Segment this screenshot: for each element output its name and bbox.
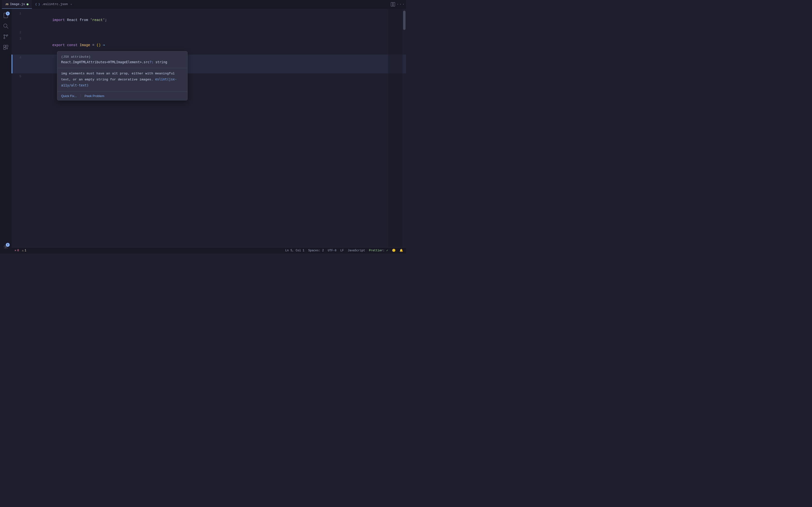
hover-type-section: (JSX attribute) React.ImgHTMLAttributes<… [57,51,187,68]
token: const [67,43,78,47]
hover-error-text: img elements must have an alt prop, eith… [61,71,184,89]
indentation[interactable]: Spaces: 2 [308,249,324,252]
token: export [52,43,65,47]
files-badge: 1 [6,12,10,15]
svg-point-4 [4,35,5,36]
line-content-2 [26,30,406,36]
scrollbar-track[interactable] [403,9,406,247]
hover-type-text: (JSX attribute) React.ImgHTMLAttributes<… [61,54,184,65]
svg-rect-0 [391,2,393,6]
tab-close-btn[interactable]: ✕ [69,2,73,6]
peek-problem-button[interactable]: Peek Problem [84,94,105,98]
line-ending[interactable]: LF [340,249,344,252]
settings-badge: 1 [6,243,10,247]
hover-error-section: img elements must have an alt prop, eith… [57,68,187,92]
main-layout: 1 [0,9,406,253]
token: ⇒ [103,43,105,47]
title-bar-actions: ··· [390,1,404,8]
cursor-position[interactable]: Ln 5, Col 1 [285,249,304,252]
minimap [388,9,403,247]
tab-label-image-js: Image.js [10,2,25,6]
error-count: 0 [17,249,19,252]
svg-point-5 [7,35,8,36]
status-errors[interactable]: ✕ 0 [14,249,19,252]
line-number-1: 1 [12,11,26,17]
encoding[interactable]: UTF-8 [328,249,337,252]
token: 'react' [90,18,105,22]
svg-line-3 [7,27,8,29]
code-line-1: 1 import React from 'react'; [12,11,406,30]
svg-rect-7 [4,45,6,47]
svg-rect-1 [393,2,395,6]
line-content-1: import React from 'react'; [26,11,406,30]
quick-fix-button[interactable]: Quick Fix... [60,94,78,98]
error-icon: ✕ [14,249,16,252]
tab-eslintrc-json[interactable]: { } .eslintrc.json ✕ [32,0,77,9]
tabs-area: JS Image.js { } .eslintrc.json ✕ [2,0,390,9]
code-line-2: 2 [12,30,406,36]
notification-bell[interactable]: 🔔 [400,249,403,252]
warning-count: 1 [24,249,27,252]
svg-rect-9 [4,48,6,50]
token: = [90,43,96,47]
split-editor-button[interactable] [390,1,396,8]
line-number-3: 3 [12,36,26,42]
hover-type-detail: React.ImgHTMLAttributes<HTMLImageElement… [61,60,167,64]
svg-point-6 [4,38,5,39]
activity-settings[interactable]: 1 [1,242,11,251]
unsaved-indicator [27,3,29,5]
hover-actions: Quick Fix... | Peek Problem [57,92,187,100]
more-icon: ··· [396,2,405,7]
token: React [65,18,80,22]
token: import [52,18,65,22]
active-line-indicator [12,55,12,73]
activity-git[interactable] [1,32,11,42]
action-separator: | [80,94,82,98]
line-number-4: 4 [12,55,26,61]
svg-rect-8 [6,45,8,47]
token [101,43,103,47]
token: ; [105,18,107,22]
status-bar: ✕ 0 ⚠ 1 Ln 5, Col 1 Spaces: 2 UTF-8 LF J… [12,247,406,253]
json-file-icon: { } [35,3,40,6]
emoji-status[interactable]: 🙂 [392,249,396,252]
activity-search[interactable] [1,21,11,31]
more-actions-button[interactable]: ··· [397,1,404,8]
line-number-2: 2 [12,30,26,36]
token [88,18,90,22]
scrollbar-thumb[interactable] [403,11,406,30]
token: () [96,43,101,47]
hover-card: (JSX attribute) React.ImgHTMLAttributes<… [57,51,188,101]
status-right: Ln 5, Col 1 Spaces: 2 UTF-8 LF JavaScrip… [285,249,403,252]
title-bar: JS Image.js { } .eslintrc.json ✕ ··· [0,0,406,9]
tab-image-js[interactable]: JS Image.js [2,0,32,9]
status-left: ✕ 0 ⚠ 1 [14,249,27,252]
activity-extensions[interactable] [1,43,11,52]
activity-bar: 1 [0,9,12,253]
warning-icon: ⚠ [22,249,23,252]
editor-area: 1 import React from 'react'; 2 3 export … [12,9,406,253]
svg-point-2 [4,24,7,27]
prettier-status[interactable]: Prettier: ✓ [369,249,388,252]
activity-files[interactable]: 1 [1,11,11,20]
js-file-icon: JS [5,3,8,6]
editor-content[interactable]: 1 import React from 'react'; 2 3 export … [12,9,406,247]
token [78,43,80,47]
language-mode[interactable]: JavaScript [348,249,365,252]
hover-type-prefix: (JSX attribute) [61,55,91,59]
status-warnings[interactable]: ⚠ 1 [22,249,26,252]
tab-label-eslintrc: .eslintrc.json [41,2,68,6]
line-number-5: 5 [12,73,26,80]
token: from [80,18,88,22]
token: Image [80,43,90,47]
